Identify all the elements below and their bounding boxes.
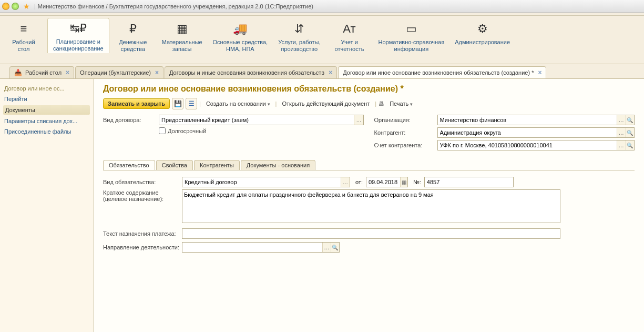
tab-label: Операции (бухгалтерские) bbox=[80, 69, 151, 76]
field-num[interactable] bbox=[424, 177, 514, 187]
input-kontr[interactable] bbox=[438, 128, 617, 137]
save-close-button[interactable]: Записать и закрыть bbox=[103, 98, 170, 109]
save-icon[interactable]: 💾 bbox=[172, 98, 183, 109]
search-icon[interactable]: 🔍 bbox=[331, 243, 339, 252]
header-fields: Вид договора: … Долгосрочный Органи bbox=[103, 115, 635, 153]
tab-desktop[interactable]: 📥 Рабочий стол × bbox=[9, 66, 74, 78]
toolbar-sep: | bbox=[199, 100, 201, 107]
field-vid-ob[interactable]: … bbox=[182, 177, 350, 187]
section-money[interactable]: ₽ Денежные средства bbox=[109, 19, 157, 54]
section-label: Нормативно-справочная информация bbox=[378, 39, 444, 53]
select-icon[interactable]: … bbox=[617, 115, 625, 125]
main-area: Договор или иное ос... Перейти Документы… bbox=[0, 79, 644, 332]
checkbox-input[interactable] bbox=[159, 127, 166, 134]
section-admin[interactable]: ⚙ Администрирование bbox=[449, 19, 515, 47]
page-title: Договор или иное основание возникновения… bbox=[103, 84, 635, 94]
tab-label: Договор или иное основание возникновения… bbox=[343, 69, 534, 76]
subtab-content: Вид обязательства: … от: ▦ №: Краткое со… bbox=[103, 170, 635, 261]
subtab-contractors[interactable]: Контрагенты bbox=[194, 160, 240, 170]
section-label: Основные средства, НМА, НПА bbox=[213, 39, 268, 53]
section-reference[interactable]: ▭ Нормативно-справочная информация bbox=[373, 19, 449, 54]
field-org[interactable]: … 🔍 bbox=[437, 115, 635, 125]
search-icon[interactable]: 🔍 bbox=[626, 128, 634, 137]
field-kontr[interactable]: … 🔍 bbox=[437, 127, 635, 138]
select-icon[interactable]: … bbox=[617, 140, 625, 150]
search-icon[interactable]: 🔍 bbox=[626, 115, 634, 125]
close-icon[interactable]: × bbox=[329, 69, 332, 76]
select-icon[interactable]: … bbox=[354, 115, 363, 125]
section-materials[interactable]: ▦ Материальные запасы bbox=[157, 19, 208, 54]
close-icon[interactable]: × bbox=[538, 69, 541, 76]
section-desktop[interactable]: ≡ Рабочий стол bbox=[0, 19, 47, 54]
section-reports[interactable]: Ат Учет и отчетность bbox=[325, 19, 373, 54]
ruble-icon: ₽ bbox=[115, 22, 151, 36]
label-ot: от: bbox=[355, 179, 363, 185]
checkbox-long-term[interactable]: Долгосрочный bbox=[159, 127, 206, 134]
print-button[interactable]: Печать bbox=[386, 99, 416, 108]
close-icon[interactable]: × bbox=[155, 69, 159, 76]
section-services[interactable]: ⇵ Услуги, работы, производство bbox=[273, 19, 325, 54]
textarea-kratk[interactable] bbox=[182, 189, 560, 223]
select-icon[interactable]: … bbox=[322, 243, 331, 252]
report-icon: Ат bbox=[331, 22, 367, 36]
sub-tabs: Обязательство Свойства Контрагенты Докум… bbox=[103, 160, 635, 170]
section-label: Планирование и санкционирование bbox=[53, 38, 104, 52]
field-napr[interactable]: … 🔍 bbox=[182, 242, 340, 253]
open-doc-button[interactable]: Открыть действующий документ bbox=[279, 99, 373, 108]
close-icon[interactable]: × bbox=[66, 69, 69, 76]
field-date[interactable]: ▦ bbox=[366, 177, 408, 187]
toolbar-sep: | bbox=[375, 100, 376, 107]
lp-files[interactable]: Присоединенные файлы bbox=[3, 126, 90, 137]
label-schet: Счет контрагента: bbox=[374, 142, 437, 148]
label-kratk: Краткое содержание (целевое назначение): bbox=[103, 189, 182, 202]
input-org[interactable] bbox=[438, 115, 617, 125]
select-icon[interactable]: … bbox=[617, 128, 625, 137]
create-based-button[interactable]: Создать на основании bbox=[203, 99, 273, 108]
subtab-docs[interactable]: Документы - основания bbox=[241, 160, 315, 170]
label-org: Организация: bbox=[374, 117, 437, 123]
input-vid-ob[interactable] bbox=[182, 177, 341, 187]
gear-icon: ⚙ bbox=[455, 22, 510, 36]
star-icon[interactable]: ★ bbox=[23, 2, 30, 11]
checkbox-label: Долгосрочный bbox=[168, 128, 206, 134]
subtab-properties[interactable]: Свойства bbox=[156, 160, 193, 170]
input-napr[interactable] bbox=[182, 243, 322, 252]
field-vid-dogovora[interactable]: … bbox=[159, 115, 364, 125]
search-icon[interactable]: 🔍 bbox=[626, 140, 634, 150]
tab-label: Рабочий стол bbox=[25, 69, 62, 76]
lp-params[interactable]: Параметры списания дох... bbox=[3, 116, 90, 126]
list-icon[interactable]: ☰ bbox=[186, 98, 197, 109]
lp-documents[interactable]: Документы bbox=[3, 105, 90, 115]
section-label: Рабочий стол bbox=[5, 39, 42, 53]
toolbar: Записать и закрыть 💾 ☰ | Создать на осно… bbox=[103, 98, 635, 109]
toolbar-sep: | bbox=[275, 100, 277, 107]
field-schet[interactable]: … 🔍 bbox=[437, 140, 635, 150]
tab-contract-create[interactable]: Договор или иное основание возникновения… bbox=[338, 66, 546, 78]
input-date[interactable] bbox=[366, 177, 400, 187]
select-icon[interactable]: … bbox=[341, 177, 350, 187]
section-label: Администрирование bbox=[455, 39, 510, 46]
field-text[interactable] bbox=[182, 228, 560, 239]
grid-icon: ▦ bbox=[162, 22, 202, 36]
titlebar-sep: | bbox=[34, 3, 36, 9]
tab-operations[interactable]: Операции (бухгалтерские) × bbox=[75, 66, 163, 78]
tab-contracts[interactable]: Договоры и иные основания возникновения … bbox=[165, 66, 337, 78]
lp-goto[interactable]: Перейти bbox=[3, 94, 90, 104]
input-vid-dogovora[interactable] bbox=[159, 115, 354, 125]
input-num[interactable] bbox=[425, 177, 513, 187]
label-text: Текст назначения платежа: bbox=[103, 230, 182, 237]
section-label: Учет и отчетность bbox=[331, 39, 367, 53]
doc-icon: ▭ bbox=[378, 22, 444, 36]
titlebar-btn-2[interactable] bbox=[12, 3, 19, 10]
section-planning[interactable]: ↹₽ Планирование и санкционирование bbox=[47, 18, 109, 53]
label-num: №: bbox=[413, 179, 421, 185]
input-schet[interactable] bbox=[438, 140, 617, 150]
titlebar-btn-1[interactable] bbox=[2, 3, 9, 10]
section-assets[interactable]: 🚚 Основные средства, НМА, НПА bbox=[208, 19, 273, 54]
input-text[interactable] bbox=[182, 229, 560, 238]
menu-icon: ≡ bbox=[5, 22, 42, 36]
truck-icon: 🚚 bbox=[213, 22, 268, 36]
calendar-icon[interactable]: ▦ bbox=[400, 177, 407, 187]
subtab-obligation[interactable]: Обязательство bbox=[103, 160, 155, 170]
label-vid-ob: Вид обязательства: bbox=[103, 179, 182, 185]
